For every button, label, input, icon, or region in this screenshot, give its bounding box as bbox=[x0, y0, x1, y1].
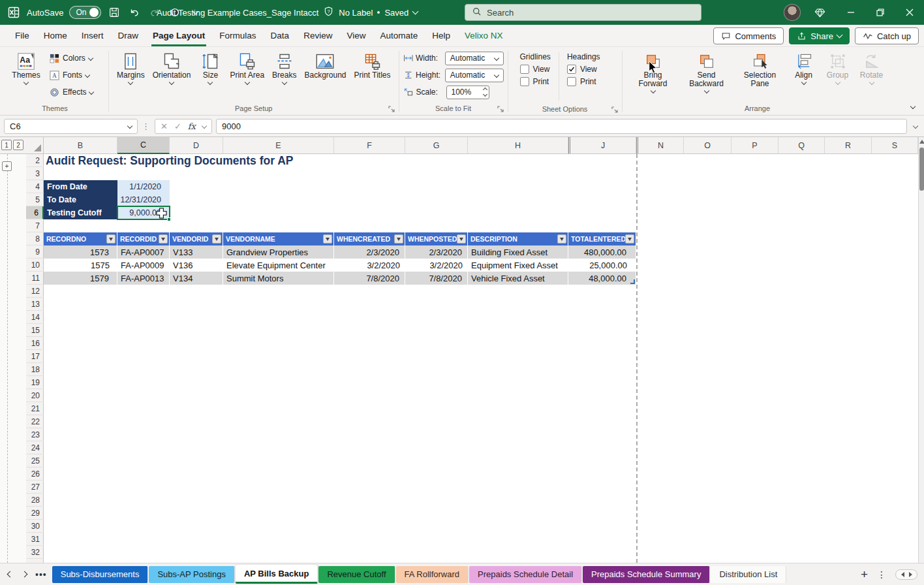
sheet-scroll-pill[interactable] bbox=[895, 569, 917, 580]
ribbon-tab-view[interactable]: View bbox=[339, 25, 373, 46]
restore-button[interactable] bbox=[865, 0, 895, 25]
column-header-B[interactable]: B bbox=[44, 137, 117, 154]
orientation-button[interactable]: Orientation bbox=[149, 50, 195, 86]
ribbon-tab-automate[interactable]: Automate bbox=[373, 25, 425, 46]
outline-expand-button[interactable]: + bbox=[2, 161, 12, 171]
gem-icon[interactable] bbox=[812, 5, 827, 20]
row-header-25[interactable]: 25 bbox=[26, 454, 44, 467]
row-header-7[interactable]: 7 bbox=[26, 219, 44, 232]
ribbon-tab-formulas[interactable]: Formulas bbox=[212, 25, 263, 46]
param-label-testing-cutoff[interactable]: Testing Cutoff bbox=[44, 206, 117, 219]
row-header-14[interactable]: 14 bbox=[26, 311, 44, 324]
sheet-menu-kebab-icon[interactable]: ⋮ bbox=[877, 569, 886, 580]
close-button[interactable] bbox=[895, 0, 924, 25]
height-dropdown[interactable]: Automatic bbox=[445, 69, 504, 82]
sheet-tab-revenue-cutoff[interactable]: Revenue Cutoff bbox=[318, 566, 395, 583]
gridlines-view-checkbox[interactable]: View bbox=[520, 65, 551, 74]
table-cell[interactable]: Vehicle Fixed Asset bbox=[468, 272, 568, 285]
column-header-O[interactable]: O bbox=[684, 137, 732, 154]
add-sheet-button[interactable]: + bbox=[861, 568, 868, 580]
column-header-J[interactable]: J bbox=[568, 137, 636, 154]
background-button[interactable]: Background bbox=[300, 50, 350, 80]
sheet-tab-ap-bills-backup[interactable]: AP Bills Backup bbox=[236, 565, 318, 584]
outline-level-2-button[interactable]: 2 bbox=[13, 140, 23, 150]
row-header-19[interactable]: 19 bbox=[26, 376, 44, 389]
sheet-title-cell[interactable]: Audit Request: Supporting Documents for … bbox=[46, 153, 293, 168]
ribbon-tab-review[interactable]: Review bbox=[296, 25, 339, 46]
expand-formula-bar-icon[interactable] bbox=[913, 123, 918, 129]
table-header-RECORDNO[interactable]: RECORDNO bbox=[44, 232, 117, 245]
filter-button[interactable] bbox=[625, 234, 634, 244]
param-value-from-date[interactable]: 1/1/2020 bbox=[117, 180, 170, 193]
undo-icon[interactable] bbox=[127, 5, 142, 20]
search-input[interactable]: Search bbox=[465, 4, 701, 21]
align-button[interactable]: Align bbox=[787, 50, 821, 86]
ribbon-tab-data[interactable]: Data bbox=[264, 25, 297, 46]
table-resize-handle[interactable] bbox=[630, 279, 635, 284]
table-cell[interactable]: FA-AP0007 bbox=[117, 245, 170, 259]
selection-pane-button[interactable]: Selection Pane bbox=[733, 50, 787, 88]
table-header-WHENCREATED[interactable]: WHENCREATED bbox=[334, 232, 405, 245]
comments-button[interactable]: Comments bbox=[713, 27, 784, 44]
formula-input[interactable]: 9000 bbox=[216, 119, 907, 134]
outline-level-1-button[interactable]: 1 bbox=[1, 140, 12, 150]
save-icon[interactable] bbox=[107, 5, 121, 20]
send-backward-button[interactable]: Send Backward bbox=[680, 50, 733, 95]
confirm-entry-icon[interactable]: ✓ bbox=[174, 121, 181, 131]
row-header-26[interactable]: 26 bbox=[26, 467, 44, 481]
table-cell[interactable]: 7/8/2020 bbox=[334, 272, 405, 285]
sheet-options-dialog-launcher[interactable] bbox=[611, 106, 618, 114]
column-header-S[interactable]: S bbox=[872, 137, 918, 154]
insert-function-icon[interactable]: fx bbox=[188, 121, 196, 131]
table-header-VENDORID[interactable]: VENDORID bbox=[170, 232, 223, 245]
table-cell[interactable]: Equipment Fixed Asset bbox=[468, 259, 568, 272]
headings-view-checkbox[interactable]: View bbox=[567, 65, 600, 74]
table-cell[interactable]: FA-AP0009 bbox=[117, 259, 170, 272]
sheet-tab-prepaids-schedule-detail[interactable]: Prepaids Schedule Detail bbox=[469, 566, 582, 583]
table-cell[interactable]: 3/2/2020 bbox=[405, 259, 468, 272]
print-area-button[interactable]: Print Area bbox=[226, 50, 268, 86]
sheet-tab-subs-disbursements[interactable]: Subs-Disbursements bbox=[52, 566, 149, 583]
row-header-29[interactable]: 29 bbox=[26, 507, 44, 520]
catch-up-button[interactable]: Catch up bbox=[855, 27, 919, 44]
sheet-tab-subs-ap-postings[interactable]: Subs-AP Postings bbox=[149, 566, 235, 583]
row-header-12[interactable]: 12 bbox=[26, 285, 44, 298]
sheet-tab-fa-rollforward[interactable]: FA Rollforward bbox=[396, 566, 469, 583]
row-header-15[interactable]: 15 bbox=[26, 324, 44, 337]
table-cell[interactable]: 1579 bbox=[44, 272, 117, 285]
sensitivity-label[interactable]: No Label bbox=[339, 8, 373, 18]
table-header-DESCRIPTION[interactable]: DESCRIPTION bbox=[468, 232, 568, 245]
column-header-C[interactable]: C bbox=[117, 137, 170, 154]
filter-button[interactable] bbox=[106, 234, 116, 244]
table-cell[interactable]: V134 bbox=[170, 272, 223, 285]
margins-button[interactable]: Margins bbox=[113, 50, 149, 86]
column-header-F[interactable]: F bbox=[334, 137, 405, 154]
filter-button[interactable] bbox=[323, 234, 332, 244]
row-header-8[interactable]: 8 bbox=[26, 232, 44, 245]
param-value-to-date[interactable]: 12/31/2020 bbox=[117, 193, 170, 206]
select-all-corner[interactable]: 1 2 bbox=[0, 137, 44, 154]
share-button[interactable]: Share bbox=[789, 27, 850, 44]
table-cell[interactable]: V133 bbox=[170, 245, 223, 259]
gridlines-print-checkbox[interactable]: Print bbox=[520, 77, 551, 86]
table-cell[interactable]: 48,000.00 bbox=[568, 272, 636, 285]
row-header-24[interactable]: 24 bbox=[26, 441, 44, 454]
row-header-23[interactable]: 23 bbox=[26, 428, 44, 441]
save-status-chevron-icon[interactable] bbox=[412, 8, 419, 15]
row-header-11[interactable]: 11 bbox=[26, 272, 44, 285]
row-header-31[interactable]: 31 bbox=[26, 533, 44, 546]
table-cell[interactable]: 2/3/2020 bbox=[334, 245, 405, 259]
fonts-button[interactable]: A Fonts bbox=[47, 69, 96, 82]
filter-button[interactable] bbox=[159, 234, 168, 244]
table-cell[interactable]: Elevate Equipment Center bbox=[223, 259, 334, 272]
scale-to-fit-dialog-launcher[interactable] bbox=[497, 106, 504, 114]
more-sheets-icon[interactable]: ••• bbox=[33, 569, 50, 580]
sheet-tab-distribution-list[interactable]: Distribution List bbox=[711, 566, 786, 583]
sheet-tab-prepaids-schedule-summary[interactable]: Prepaids Schedule Summary bbox=[583, 566, 710, 583]
scrollbar-thumb[interactable] bbox=[919, 148, 924, 191]
table-header-RECORDID[interactable]: RECORDID bbox=[117, 232, 170, 245]
collapse-ribbon-button[interactable] bbox=[911, 99, 915, 111]
table-header-TOTALENTERED[interactable]: TOTALENTERED bbox=[568, 232, 636, 245]
table-cell[interactable]: V136 bbox=[170, 259, 223, 272]
ribbon-tab-help[interactable]: Help bbox=[425, 25, 457, 46]
